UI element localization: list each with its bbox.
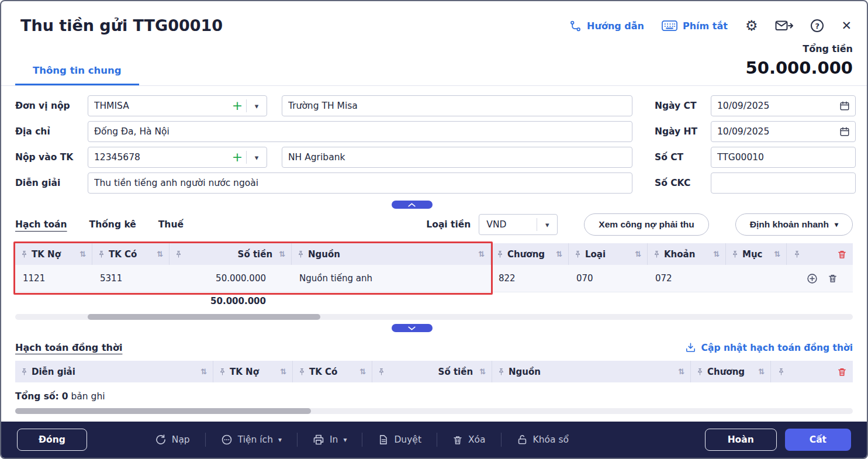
feedback-mail-icon[interactable] xyxy=(775,19,793,32)
view-receivables-button[interactable]: Xem công nợ phải thu xyxy=(584,213,708,236)
sort-icon[interactable]: ⇅ xyxy=(556,250,562,258)
sort-icon[interactable]: ⇅ xyxy=(758,367,765,376)
payer-dropdown-caret-icon[interactable]: ▾ xyxy=(247,96,267,116)
pin-icon[interactable] xyxy=(21,250,27,258)
pin-icon[interactable] xyxy=(497,250,503,258)
column-header-khoan[interactable]: Khoản ⇅ xyxy=(648,243,726,265)
cell-khoan[interactable]: 072 xyxy=(648,265,726,292)
expand-section-button[interactable] xyxy=(392,324,433,332)
sort-icon[interactable]: ⇅ xyxy=(713,250,720,258)
pin-icon[interactable] xyxy=(653,250,660,258)
pin-icon[interactable] xyxy=(98,250,105,258)
column-header-nguon[interactable]: Nguồn ⇅ xyxy=(492,361,691,382)
sort-icon[interactable]: ⇅ xyxy=(635,250,641,258)
cell-nguon[interactable]: Nguồn tiếng anh xyxy=(292,265,491,292)
payer-name-input[interactable] xyxy=(282,96,632,116)
column-header-nguon[interactable]: Nguồn ⇅ xyxy=(292,243,491,265)
account-code-input[interactable] xyxy=(88,147,229,167)
hscrollbar-thumb[interactable] xyxy=(88,314,320,320)
pin-icon[interactable] xyxy=(697,368,703,375)
tab-accounting[interactable]: Hạch toán xyxy=(15,219,67,230)
sort-icon[interactable]: ⇅ xyxy=(157,250,163,258)
update-concurrent-link[interactable]: Cập nhật hạch toán đồng thời xyxy=(685,342,853,353)
pin-icon[interactable] xyxy=(794,250,800,258)
print-button[interactable]: In ▾ xyxy=(313,434,347,446)
pin-icon[interactable] xyxy=(778,368,784,375)
column-header-tk-no[interactable]: TK Nợ ⇅ xyxy=(15,243,92,265)
account-dropdown-caret-icon[interactable]: ▾ xyxy=(247,147,267,167)
add-row-icon[interactable] xyxy=(807,273,818,284)
pin-icon[interactable] xyxy=(575,250,581,258)
pin-icon[interactable] xyxy=(219,368,226,375)
collapse-form-button[interactable] xyxy=(392,201,433,209)
currency-select[interactable]: VND ▾ xyxy=(479,214,558,235)
doc-date-input[interactable] xyxy=(711,96,839,116)
sort-icon[interactable]: ⇅ xyxy=(79,250,86,258)
description-input[interactable] xyxy=(88,173,632,193)
add-payer-icon[interactable]: + xyxy=(229,99,246,112)
tab-tax[interactable]: Thuế xyxy=(158,219,184,230)
pin-icon[interactable] xyxy=(299,368,305,375)
post-date-calendar-icon[interactable] xyxy=(839,126,850,137)
guide-link[interactable]: Hướng dẫn xyxy=(569,20,644,32)
column-header-so-tien[interactable]: Số tiền ⇅ xyxy=(372,361,492,382)
pin-icon[interactable] xyxy=(175,250,182,258)
sort-icon[interactable]: ⇅ xyxy=(279,250,285,258)
cell-so-tien[interactable]: 50.000.000 xyxy=(170,265,292,292)
hscrollbar-thumb[interactable] xyxy=(15,408,311,414)
column-header-so-tien[interactable]: Số tiền ⇅ xyxy=(170,243,292,265)
cell-loai[interactable]: 070 xyxy=(569,265,648,292)
pin-icon[interactable] xyxy=(732,250,738,258)
column-header-tk-co[interactable]: TK Có ⇅ xyxy=(293,361,372,382)
cell-tk-co[interactable]: 5311 xyxy=(92,265,170,292)
sort-icon[interactable]: ⇅ xyxy=(200,367,207,376)
delete-all-rows-icon[interactable] xyxy=(837,249,847,260)
address-input[interactable] xyxy=(88,122,632,142)
pin-icon[interactable] xyxy=(498,368,504,375)
column-header-chuong[interactable]: Chương ⇅ xyxy=(491,243,569,265)
utilities-button[interactable]: Tiện ích ▾ xyxy=(221,434,282,446)
delete-all-rows-icon[interactable] xyxy=(837,367,847,377)
tab-general-info[interactable]: Thông tin chung xyxy=(15,65,139,85)
quick-entry-button[interactable]: Định khoản nhanh ▾ xyxy=(735,213,853,236)
column-header-tk-no[interactable]: TK Nợ ⇅ xyxy=(213,361,293,382)
add-account-icon[interactable]: + xyxy=(229,151,246,164)
sort-icon[interactable]: ⇅ xyxy=(478,250,485,258)
sort-icon[interactable]: ⇅ xyxy=(479,367,486,376)
tab-statistics[interactable]: Thống kê xyxy=(89,219,136,230)
column-header-muc[interactable]: Mục ⇅ xyxy=(726,243,787,265)
delete-row-icon[interactable] xyxy=(828,273,838,284)
sort-icon[interactable]: ⇅ xyxy=(774,250,780,258)
delete-button[interactable]: Xóa xyxy=(452,434,486,446)
pin-icon[interactable] xyxy=(378,368,385,375)
lock-button[interactable]: Khóa sổ xyxy=(517,434,569,446)
payer-code-input[interactable] xyxy=(88,96,229,116)
reload-button[interactable]: Nạp xyxy=(155,434,190,446)
cell-chuong[interactable]: 822 xyxy=(491,265,569,292)
ckc-input[interactable] xyxy=(711,173,855,193)
sort-icon[interactable]: ⇅ xyxy=(678,367,684,376)
sort-icon[interactable]: ⇅ xyxy=(280,367,286,376)
sort-icon[interactable]: ⇅ xyxy=(359,367,366,376)
help-icon[interactable]: ? xyxy=(811,19,824,32)
pin-icon[interactable] xyxy=(298,250,304,258)
settings-gear-icon[interactable]: ⚙ xyxy=(745,19,758,33)
pin-icon[interactable] xyxy=(21,368,27,375)
cell-tk-no[interactable]: 1121 xyxy=(15,265,92,292)
bank-name-input[interactable] xyxy=(282,147,632,167)
cell-muc[interactable] xyxy=(726,265,787,292)
close-button[interactable]: Đóng xyxy=(17,429,87,451)
doc-no-input[interactable] xyxy=(711,147,855,167)
doc-date-calendar-icon[interactable] xyxy=(839,101,850,111)
column-header-tk-co[interactable]: TK Có ⇅ xyxy=(92,243,170,265)
shortcuts-link[interactable]: Phím tắt xyxy=(662,20,728,32)
save-button[interactable]: Cất xyxy=(785,429,851,451)
column-header-loai[interactable]: Loại ⇅ xyxy=(569,243,648,265)
post-date-input[interactable] xyxy=(711,122,839,142)
concurrent-title-link[interactable]: Hạch toán đồng thời xyxy=(15,342,122,353)
column-header-dien-giai[interactable]: Diễn giải ⇅ xyxy=(15,361,213,382)
approve-button[interactable]: Duyệt xyxy=(378,434,421,446)
close-icon[interactable]: ✕ xyxy=(841,20,852,32)
undo-button[interactable]: Hoàn xyxy=(705,429,777,451)
column-header-chuong[interactable]: Chương ⇅ xyxy=(691,361,771,382)
